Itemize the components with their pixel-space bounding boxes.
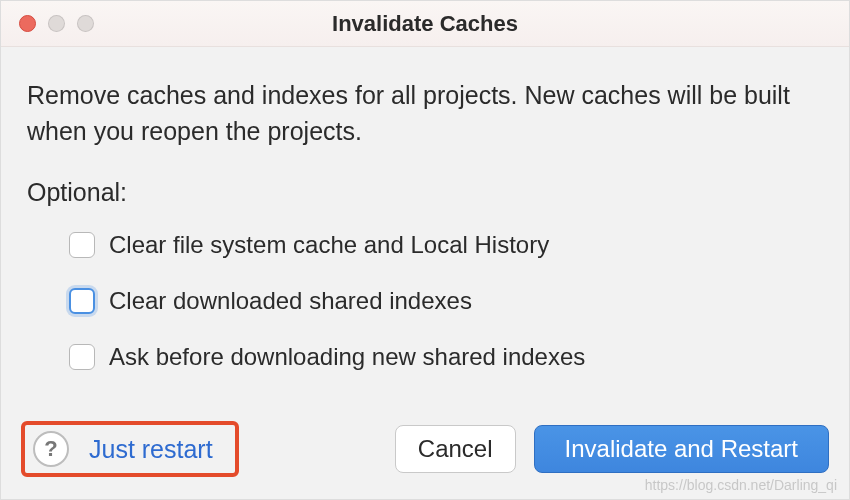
just-restart-highlight: ? Just restart <box>21 421 239 477</box>
cancel-button[interactable]: Cancel <box>395 425 516 473</box>
close-icon[interactable] <box>19 15 36 32</box>
options-list: Clear file system cache and Local Histor… <box>27 231 823 371</box>
checkbox-icon[interactable] <box>69 232 95 258</box>
dialog-content: Remove caches and indexes for all projec… <box>1 47 849 371</box>
option-label: Clear file system cache and Local Histor… <box>109 231 549 259</box>
just-restart-link[interactable]: Just restart <box>85 435 223 464</box>
titlebar: Invalidate Caches <box>1 1 849 47</box>
help-button[interactable]: ? <box>33 431 69 467</box>
checkbox-icon[interactable] <box>69 288 95 314</box>
dialog-window: Invalidate Caches Remove caches and inde… <box>0 0 850 500</box>
option-clear-shared-indexes[interactable]: Clear downloaded shared indexes <box>69 287 823 315</box>
dialog-title: Invalidate Caches <box>1 11 849 37</box>
window-controls <box>1 15 94 32</box>
invalidate-and-restart-button[interactable]: Invalidate and Restart <box>534 425 829 473</box>
checkbox-icon[interactable] <box>69 344 95 370</box>
maximize-icon[interactable] <box>77 15 94 32</box>
option-ask-before-download[interactable]: Ask before downloading new shared indexe… <box>69 343 823 371</box>
optional-label: Optional: <box>27 178 823 207</box>
dialog-footer: ? Just restart Cancel Invalidate and Res… <box>1 413 849 499</box>
question-icon: ? <box>44 436 57 462</box>
option-label: Ask before downloading new shared indexe… <box>109 343 585 371</box>
option-clear-file-system-cache[interactable]: Clear file system cache and Local Histor… <box>69 231 823 259</box>
option-label: Clear downloaded shared indexes <box>109 287 472 315</box>
description-text: Remove caches and indexes for all projec… <box>27 77 823 150</box>
minimize-icon[interactable] <box>48 15 65 32</box>
